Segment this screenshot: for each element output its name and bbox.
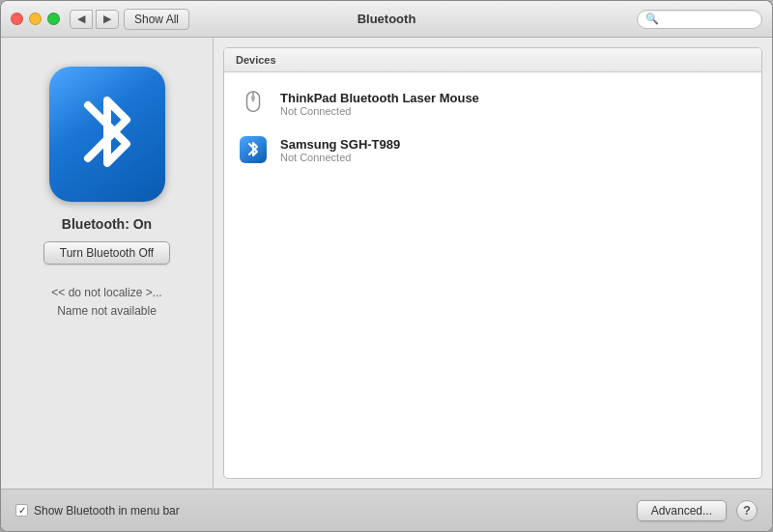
devices-section: Devices ThinkPad Bluetooth Laser M	[223, 47, 762, 479]
device-info-phone: Samsung SGH-T989 Not Connected	[280, 137, 400, 163]
back-button[interactable]: ◀	[70, 10, 93, 29]
show-all-button[interactable]: Show All	[124, 9, 189, 30]
show-in-menu-bar-checkbox[interactable]: ✓	[15, 504, 28, 517]
bluetooth-status: Bluetooth: On	[62, 216, 152, 232]
device-status-phone: Not Connected	[280, 152, 400, 163]
device-status-mouse: Not Connected	[280, 105, 479, 117]
mouse-icon	[243, 90, 263, 117]
show-in-menu-bar-text: Show Bluetooth in menu bar	[34, 504, 180, 518]
device-item-phone[interactable]: Samsung SGH-T989 Not Connected	[224, 126, 761, 173]
phone-device-icon	[238, 134, 269, 165]
bluetooth-small-icon	[240, 136, 267, 163]
svg-point-2	[251, 96, 255, 101]
forward-button[interactable]: ▶	[96, 10, 119, 29]
search-icon: 🔍	[645, 13, 659, 25]
device-item-mouse[interactable]: ThinkPad Bluetooth Laser Mouse Not Conne…	[224, 80, 761, 126]
right-panel: Devices ThinkPad Bluetooth Laser M	[214, 38, 772, 489]
bluetooth-logo-icon	[73, 86, 141, 182]
mouse-device-icon	[238, 88, 269, 119]
advanced-button[interactable]: Advanced...	[637, 500, 727, 521]
search-input[interactable]	[663, 14, 754, 25]
nav-buttons: ◀ ▶	[70, 10, 119, 29]
left-panel: Bluetooth: On Turn Bluetooth Off << do n…	[1, 38, 214, 489]
window-title: Bluetooth	[358, 12, 416, 26]
search-box[interactable]: 🔍	[637, 10, 762, 29]
minimize-button[interactable]	[29, 13, 42, 25]
show-in-menu-bar-label[interactable]: ✓ Show Bluetooth in menu bar	[15, 504, 180, 518]
device-name-phone: Samsung SGH-T989	[280, 137, 400, 152]
bluetooth-window: ◀ ▶ Show All Bluetooth 🔍 Bluetooth: On T…	[0, 0, 773, 532]
device-info-mouse: ThinkPad Bluetooth Laser Mouse Not Conne…	[280, 91, 479, 117]
toggle-bluetooth-button[interactable]: Turn Bluetooth Off	[43, 241, 170, 265]
bottom-bar: ✓ Show Bluetooth in menu bar Advanced...…	[1, 489, 772, 531]
devices-header: Devices	[224, 48, 761, 72]
content-area: Bluetooth: On Turn Bluetooth Off << do n…	[1, 38, 772, 489]
device-hostname: << do not localize >... Name not availab…	[51, 284, 161, 321]
maximize-button[interactable]	[47, 13, 60, 25]
help-button[interactable]: ?	[736, 500, 758, 521]
device-name-mouse: ThinkPad Bluetooth Laser Mouse	[280, 91, 479, 105]
device-list: ThinkPad Bluetooth Laser Mouse Not Conne…	[224, 72, 761, 181]
close-button[interactable]	[11, 13, 23, 25]
titlebar: ◀ ▶ Show All Bluetooth 🔍	[1, 1, 772, 38]
bluetooth-icon-container	[49, 67, 165, 202]
traffic-lights	[11, 13, 60, 25]
